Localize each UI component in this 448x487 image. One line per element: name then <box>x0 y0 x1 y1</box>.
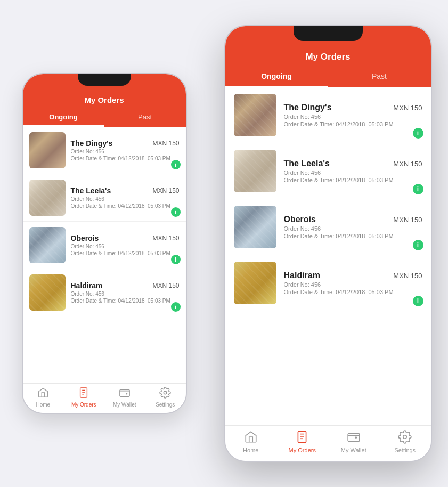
notch-left <box>78 74 131 86</box>
nav-home-right[interactable]: Home <box>225 430 277 453</box>
order-number: Order No: 456 <box>284 169 422 176</box>
order-number: Order No: 456 <box>71 149 180 155</box>
bottom-nav-right: Home My Orders <box>225 425 431 461</box>
svg-rect-10 <box>348 434 360 442</box>
order-info: The Dingy's MXN 150 Order No: 456 Order … <box>71 139 180 161</box>
info-badge[interactable]: i <box>413 296 423 306</box>
svg-point-11 <box>355 437 356 438</box>
settings-icon <box>159 387 171 401</box>
info-badge[interactable]: i <box>171 255 181 264</box>
phones-container: My Orders Ongoing Past The Dingy's MXN 1… <box>11 9 437 478</box>
nav-settings-left[interactable]: Settings <box>145 387 186 408</box>
order-item[interactable]: Oberois MXN 150 Order No: 456 Order Date… <box>225 199 431 255</box>
order-item[interactable]: Oberois MXN 150 Order No: 456 Order Date… <box>23 222 186 269</box>
restaurant-name: The Dingy's <box>284 103 332 112</box>
nav-myorders-label: My Orders <box>289 447 316 453</box>
order-price: MXN 150 <box>393 160 422 168</box>
order-price: MXN 150 <box>393 216 422 224</box>
restaurant-image <box>234 94 276 136</box>
restaurant-image <box>234 150 276 192</box>
nav-home-label: Home <box>243 447 258 453</box>
page-title-left: My Orders <box>23 91 186 109</box>
restaurant-name: The Dingy's <box>71 139 113 148</box>
tab-ongoing-right[interactable]: Ongoing <box>225 67 328 87</box>
svg-rect-0 <box>80 388 87 397</box>
order-price: MXN 150 <box>152 140 179 147</box>
nav-settings-label: Settings <box>394 447 416 453</box>
restaurant-name: Haldiram <box>71 281 103 290</box>
restaurant-image <box>234 262 276 304</box>
svg-point-12 <box>403 435 407 439</box>
order-price: MXN 150 <box>393 272 422 280</box>
order-info: Haldiram MXN 150 Order No: 456 Order Dat… <box>284 271 422 295</box>
tab-ongoing-left[interactable]: Ongoing <box>23 109 104 127</box>
info-badge[interactable]: i <box>171 160 181 169</box>
nav-home-left[interactable]: Home <box>23 387 64 408</box>
tab-past-left[interactable]: Past <box>104 109 186 127</box>
order-number: Order No: 456 <box>284 225 422 232</box>
order-price: MXN 150 <box>152 187 179 194</box>
order-datetime: Order Date & Time: 04/12/2018 05:03 PM <box>71 250 180 256</box>
orders-list-right: The Dingy's MXN 150 Order No: 456 Order … <box>225 87 431 425</box>
restaurant-image <box>29 227 66 263</box>
nav-wallet-label: My Wallet <box>341 447 366 453</box>
wallet-icon <box>119 387 131 401</box>
info-badge[interactable]: i <box>413 240 423 250</box>
svg-rect-6 <box>298 431 306 443</box>
nav-wallet-right[interactable]: My Wallet <box>328 430 380 453</box>
svg-rect-4 <box>120 390 129 397</box>
order-item[interactable]: Haldiram MXN 150 Order No: 456 Order Dat… <box>23 269 186 316</box>
order-item[interactable]: Haldiram MXN 150 Order No: 456 Order Dat… <box>225 255 431 311</box>
info-badge[interactable]: i <box>413 128 423 139</box>
home-icon <box>37 387 49 401</box>
restaurant-name: The Leela's <box>284 159 330 168</box>
settings-icon <box>398 430 412 446</box>
nav-wallet-left[interactable]: My Wallet <box>104 387 145 408</box>
order-number: Order No: 456 <box>284 281 422 288</box>
order-price: MXN 150 <box>393 104 422 112</box>
order-price: MXN 150 <box>152 234 179 242</box>
order-info: The Leela's MXN 150 Order No: 456 Order … <box>284 159 422 183</box>
restaurant-name: The Leela's <box>71 186 111 195</box>
restaurant-name: Haldiram <box>284 271 320 280</box>
phone-left: My Orders Ongoing Past The Dingy's MXN 1… <box>22 73 187 414</box>
order-item[interactable]: The Leela's MXN 150 Order No: 456 Order … <box>23 174 186 222</box>
nav-myorders-left[interactable]: My Orders <box>63 387 104 408</box>
order-datetime: Order Date & Time: 04/12/2018 05:03 PM <box>71 156 180 161</box>
nav-settings-right[interactable]: Settings <box>379 430 431 453</box>
restaurant-name: Oberois <box>284 215 316 224</box>
phone-right: My Orders Ongoing Past The Dingy's MXN 1… <box>224 25 432 462</box>
order-number: Order No: 456 <box>71 243 180 249</box>
order-item[interactable]: The Dingy's MXN 150 Order No: 456 Order … <box>23 127 186 174</box>
order-number: Order No: 456 <box>71 291 180 297</box>
order-datetime: Order Date & Time: 04/12/2018 05:03 PM <box>284 121 422 127</box>
nav-wallet-label: My Wallet <box>113 402 136 408</box>
info-badge[interactable]: i <box>413 184 423 194</box>
info-badge[interactable]: i <box>171 302 181 312</box>
info-badge[interactable]: i <box>171 207 181 217</box>
order-datetime: Order Date & Time: 04/12/2018 05:03 PM <box>284 233 422 239</box>
bottom-nav-left: Home My Orders <box>23 383 186 413</box>
order-datetime: Order Date & Time: 04/12/2018 05:03 PM <box>284 177 422 183</box>
order-price: MXN 150 <box>152 282 179 289</box>
notch-right <box>294 26 363 41</box>
order-info: The Dingy's MXN 150 Order No: 456 Order … <box>284 103 422 127</box>
order-info: Haldiram MXN 150 Order No: 456 Order Dat… <box>71 281 180 304</box>
nav-myorders-right[interactable]: My Orders <box>276 430 328 453</box>
nav-home-label: Home <box>36 402 50 408</box>
restaurant-image <box>29 180 66 216</box>
orders-list-left: The Dingy's MXN 150 Order No: 456 Order … <box>23 127 186 383</box>
order-datetime: Order Date & Time: 04/12/2018 05:03 PM <box>71 203 180 209</box>
order-number: Order No: 456 <box>71 196 180 202</box>
restaurant-name: Oberois <box>71 234 99 242</box>
restaurant-image <box>29 132 66 168</box>
order-item[interactable]: The Leela's MXN 150 Order No: 456 Order … <box>225 143 431 199</box>
tabs-left: Ongoing Past <box>23 109 186 127</box>
order-item[interactable]: The Dingy's MXN 150 Order No: 456 Order … <box>225 87 431 143</box>
order-info: Oberois MXN 150 Order No: 456 Order Date… <box>284 215 422 239</box>
order-info: Oberois MXN 150 Order No: 456 Order Date… <box>71 234 180 256</box>
restaurant-image <box>234 206 276 248</box>
order-number: Order No: 456 <box>284 113 422 120</box>
tabs-right: Ongoing Past <box>225 67 431 87</box>
tab-past-right[interactable]: Past <box>328 67 431 87</box>
